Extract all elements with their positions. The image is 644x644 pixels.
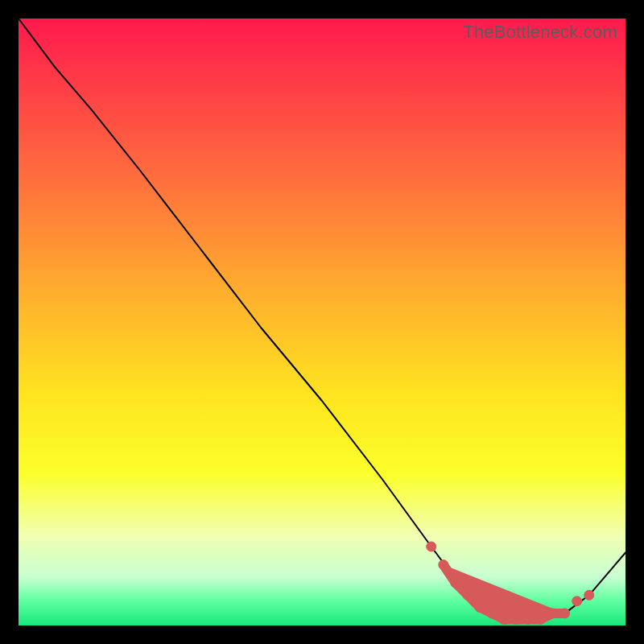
highlight-dot <box>560 609 570 618</box>
highlight-dot <box>439 560 448 570</box>
highlight-dot <box>511 615 521 625</box>
highlight-dot <box>548 609 558 618</box>
plot-svg <box>19 19 625 625</box>
highlight-dot <box>475 602 485 612</box>
highlight-dot <box>523 615 533 625</box>
optimal-zone-cluster <box>444 565 565 620</box>
highlight-dot <box>463 590 473 600</box>
bottleneck-curve <box>19 19 625 620</box>
highlight-dot <box>451 578 460 588</box>
highlight-dot <box>427 542 436 551</box>
highlight-dot <box>499 615 509 625</box>
chart-frame: TheBottleneck.com <box>19 19 625 625</box>
highlight-dot <box>584 590 594 600</box>
highlight-dot <box>535 615 545 625</box>
highlight-dot <box>487 609 497 618</box>
highlight-dot <box>572 597 582 606</box>
